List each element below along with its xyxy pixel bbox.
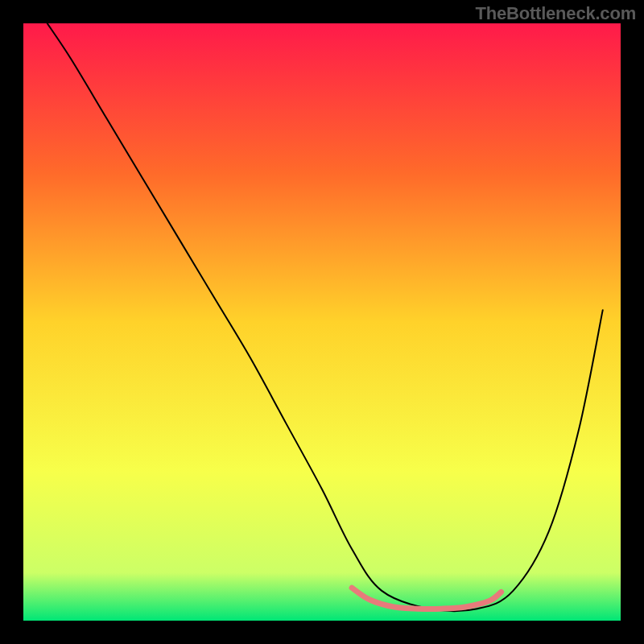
plot-area [23,23,621,621]
bottleneck-chart [23,23,621,621]
gradient-background [23,23,621,621]
chart-frame: TheBottleneck.com [0,0,644,644]
watermark-text: TheBottleneck.com [475,3,636,24]
